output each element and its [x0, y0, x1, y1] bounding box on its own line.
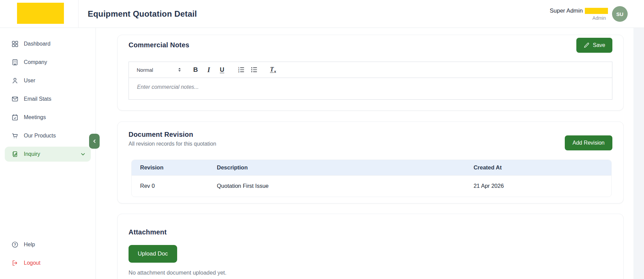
sidebar-item-label: Dashboard [24, 41, 50, 47]
italic-button[interactable]: I [203, 65, 215, 75]
revision-table-head: Revision Description Created At [132, 160, 611, 175]
page-title: Equipment Quotation Detail [88, 0, 197, 28]
attachment-card: Attachment Upload Doc No attachment docu… [117, 214, 624, 279]
inquiry-note-icon [11, 150, 19, 158]
bullet-list-button[interactable] [248, 65, 260, 75]
revision-table: Revision Description Created At Rev 0Quo… [131, 160, 612, 197]
ordered-list-button[interactable]: 1 2 3 [235, 65, 247, 75]
sidebar-item-label: Logout [24, 260, 40, 266]
bullet-list-icon [251, 66, 257, 73]
sidebar-item-label: Help [24, 242, 35, 248]
inline-format-group: B I U [190, 65, 228, 75]
commercial-notes-editor[interactable]: Enter commercial notes... [129, 78, 612, 100]
column-header-created-at: Created At [465, 160, 611, 175]
editor-placeholder: Enter commercial notes... [137, 84, 199, 90]
table-header-row: Revision Description Created At [132, 160, 611, 175]
list-format-group: 1 2 3 [235, 65, 260, 75]
sidebar-item-inquiry[interactable]: Inquiry [5, 147, 91, 162]
attachment-empty-text: No attachment document uploaded yet. [129, 269, 226, 276]
sidebar-item-label: Meetings [24, 114, 46, 120]
pencil-icon [583, 42, 590, 48]
table-cell: Rev 0 [132, 175, 208, 197]
sidebar-item-our-products[interactable]: Our Products [5, 128, 91, 143]
attachment-title: Attachment [129, 228, 167, 236]
bold-icon: B [193, 66, 198, 73]
document-revision-card: Document Revision All revision records f… [117, 121, 624, 203]
bold-button[interactable]: B [190, 65, 201, 75]
column-header-description: Description [208, 160, 465, 175]
sidebar-item-email-stats[interactable]: Email Stats [5, 92, 91, 106]
underline-icon: U [220, 66, 224, 73]
chevron-left-icon [92, 138, 97, 144]
sidebar-item-label: Company [24, 59, 47, 65]
cart-icon [11, 132, 19, 140]
user-chip[interactable]: Super Admin Admin SU [550, 0, 628, 28]
sidebar-item-dashboard[interactable]: Dashboard [5, 36, 91, 51]
table-cell: 21 Apr 2026 [465, 175, 611, 197]
user-role: Admin [592, 15, 606, 21]
logout-icon [11, 259, 19, 267]
clean-format-group: Tx [267, 65, 279, 75]
editor-toolbar: Normal B I U [129, 62, 612, 78]
upload-doc-button-label: Upload Doc [138, 250, 168, 257]
avatar[interactable]: SU [612, 6, 628, 22]
sidebar-item-label: Inquiry [24, 151, 40, 157]
sidebar-footer: ? Help Logout [0, 237, 96, 274]
table-row: Rev 0Quotation First Issue21 Apr 2026 [132, 175, 611, 197]
ordered-list-icon: 1 2 3 [238, 66, 244, 73]
sidebar-item-help[interactable]: ? Help [5, 237, 91, 252]
sidebar-collapse-button[interactable] [89, 134, 100, 149]
sidebar: Dashboard Company [0, 28, 96, 279]
sidebar-item-user[interactable]: User [5, 73, 91, 88]
document-revision-subtitle: All revision records for this quotation [129, 141, 216, 147]
revision-table-body: Rev 0Quotation First Issue21 Apr 2026 [132, 175, 611, 197]
rich-text-editor: Normal B I U [129, 62, 612, 100]
sidebar-item-label: Email Stats [24, 96, 51, 102]
chevron-down-icon [80, 151, 86, 157]
commercial-notes-card: Commercial Notes Save Normal [117, 35, 624, 111]
sidebar-item-label: User [24, 78, 35, 84]
sidebar-item-label: Our Products [24, 133, 56, 139]
app-logo [17, 3, 64, 24]
header-logo-divider [78, 0, 79, 28]
table-cell: Quotation First Issue [208, 175, 465, 197]
page-scrollbar[interactable] [633, 28, 644, 279]
svg-text:?: ? [14, 243, 16, 247]
save-button[interactable]: Save [576, 38, 612, 53]
calendar-check-icon [11, 114, 19, 121]
sidebar-item-company[interactable]: Company [5, 55, 91, 70]
envelope-icon [11, 95, 19, 103]
column-header-revision: Revision [132, 160, 208, 175]
format-dropdown[interactable]: Normal [137, 67, 182, 73]
add-revision-button[interactable]: Add Revision [565, 135, 612, 150]
sidebar-item-logout[interactable]: Logout [5, 256, 91, 270]
clear-formatting-icon: Tx [270, 66, 276, 73]
sidebar-item-meetings[interactable]: Meetings [5, 110, 91, 125]
app-root: Equipment Quotation Detail Super Admin A… [0, 0, 644, 279]
italic-icon: I [207, 66, 210, 74]
sidebar-nav: Dashboard Company [0, 28, 96, 162]
user-flag-badge [585, 8, 608, 14]
format-dropdown-value: Normal [137, 67, 153, 73]
top-header: Equipment Quotation Detail Super Admin A… [0, 0, 644, 28]
user-meta: Super Admin Admin [550, 7, 608, 21]
company-icon [11, 59, 19, 66]
help-icon: ? [11, 241, 19, 248]
clear-formatting-button[interactable]: Tx [267, 65, 279, 75]
document-revision-title: Document Revision [129, 131, 193, 138]
upload-doc-button[interactable]: Upload Doc [129, 245, 177, 263]
updown-caret-icon [177, 67, 182, 72]
dashboard-icon [11, 40, 19, 48]
add-revision-button-label: Add Revision [573, 140, 605, 146]
svg-text:3: 3 [238, 71, 240, 73]
user-name: Super Admin [550, 7, 583, 14]
user-icon [11, 77, 19, 84]
underline-button[interactable]: U [216, 65, 228, 75]
commercial-notes-title: Commercial Notes [129, 41, 189, 49]
save-button-label: Save [593, 42, 605, 48]
